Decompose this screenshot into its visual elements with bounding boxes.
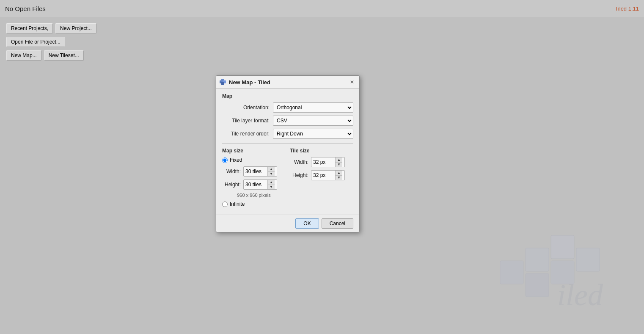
map-width-input[interactable]: [244, 167, 267, 176]
orientation-select[interactable]: Orthogonal Isometric Isometric (Staggere…: [273, 102, 353, 113]
recent-projects-button[interactable]: Recent Projects,: [6, 23, 53, 33]
map-width-down-button[interactable]: ▼: [268, 171, 275, 176]
tile-height-spinbox: ▲ ▼: [311, 170, 345, 180]
tile-width-down-button[interactable]: ▼: [336, 162, 342, 167]
map-height-row: Height: ▲ ▼: [222, 179, 286, 190]
new-project-button[interactable]: New Project...: [55, 23, 96, 33]
map-height-label: Height:: [222, 182, 243, 188]
tile-size-header: Tile size: [290, 148, 353, 154]
svg-text:iled: iled: [557, 278, 603, 312]
new-tileset-button[interactable]: New Tileset...: [44, 50, 84, 61]
tile-height-row: Height: ▲ ▼: [290, 170, 353, 180]
map-width-spinbox: ▲ ▼: [243, 166, 277, 177]
mid-btn-row: Open File or Project...: [6, 37, 96, 47]
map-width-spinner-buttons: ▲ ▼: [267, 167, 275, 176]
tile-render-order-select[interactable]: Right Down Right Up Left Down Left Up: [273, 129, 353, 139]
cancel-button[interactable]: Cancel: [322, 218, 353, 229]
map-height-up-button[interactable]: ▲: [268, 180, 275, 185]
map-width-row: Width: ▲ ▼: [222, 166, 286, 177]
map-width-up-button[interactable]: ▲: [268, 167, 275, 171]
fixed-label: Fixed: [230, 157, 242, 163]
infinite-radio-row: Infinite: [222, 201, 286, 207]
dialog-body: Map Orientation: Orthogonal Isometric Is…: [216, 89, 359, 215]
dialog-title-left: New Map - Tiled: [220, 79, 270, 86]
tile-width-up-button[interactable]: ▲: [336, 157, 342, 162]
svg-rect-3: [526, 273, 549, 297]
svg-rect-0: [500, 261, 523, 284]
orientation-label: Orientation:: [222, 105, 273, 110]
app-title: No Open Files: [5, 5, 46, 12]
map-section-header: Map: [222, 93, 353, 99]
tile-height-label: Height:: [290, 172, 311, 178]
map-height-input[interactable]: [244, 180, 267, 189]
svg-rect-2: [551, 235, 574, 259]
svg-rect-5: [576, 248, 600, 271]
top-bar: No Open Files Tiled 1.11: [0, 0, 644, 17]
svg-rect-1: [526, 248, 549, 271]
dialog-close-button[interactable]: ✕: [348, 78, 356, 86]
fixed-radio[interactable]: [222, 157, 228, 163]
map-height-down-button[interactable]: ▼: [268, 185, 275, 189]
map-width-label: Width:: [222, 168, 243, 174]
tile-render-order-row: Tile render order: Right Down Right Up L…: [222, 129, 353, 139]
tile-width-input[interactable]: [311, 158, 335, 166]
tile-height-spinner-buttons: ▲ ▼: [335, 171, 342, 180]
tiled-app-icon: [220, 79, 226, 86]
tile-layer-format-row: Tile layer format: CSV Base64 (uncompres…: [222, 116, 353, 126]
tile-layer-format-label: Tile layer format:: [222, 118, 273, 124]
tile-render-order-label: Tile render order:: [222, 131, 273, 137]
tile-size-col: Tile size Width: ▲ ▼ Height:: [290, 148, 353, 210]
tile-render-order-control: Right Down Right Up Left Down Left Up: [273, 129, 353, 139]
tiled-watermark: iled: [487, 223, 631, 326]
size-columns: Map size Fixed Width: ▲ ▼: [222, 148, 353, 210]
orientation-control: Orthogonal Isometric Isometric (Staggere…: [273, 102, 353, 113]
tiled-version: Tiled 1.11: [615, 6, 639, 12]
fixed-radio-row: Fixed: [222, 157, 286, 163]
dialog-footer: OK Cancel: [216, 215, 359, 232]
map-size-col: Map size Fixed Width: ▲ ▼: [222, 148, 286, 210]
svg-rect-10: [221, 82, 224, 85]
tile-layer-format-control: CSV Base64 (uncompressed) Base64 (zlib c…: [273, 116, 353, 126]
open-file-button[interactable]: Open File or Project...: [6, 37, 65, 47]
tile-width-row: Width: ▲ ▼: [290, 157, 353, 167]
ok-button[interactable]: OK: [295, 218, 319, 229]
dialog-title: New Map - Tiled: [229, 79, 270, 86]
infinite-label: Infinite: [230, 201, 245, 207]
tile-height-up-button[interactable]: ▲: [336, 171, 342, 175]
tile-height-input[interactable]: [311, 171, 335, 179]
section-divider: [222, 143, 353, 144]
left-panel: Recent Projects, New Project... Open Fil…: [6, 23, 96, 61]
dialog-titlebar: New Map - Tiled ✕: [216, 76, 359, 89]
bot-btn-row: New Map... New Tileset...: [6, 50, 96, 61]
tile-height-down-button[interactable]: ▼: [336, 175, 342, 180]
tile-width-spinner-buttons: ▲ ▼: [335, 157, 342, 167]
new-map-dialog: New Map - Tiled ✕ Map Orientation: Ortho…: [216, 75, 360, 232]
tile-width-label: Width:: [290, 159, 311, 165]
orientation-row: Orientation: Orthogonal Isometric Isomet…: [222, 102, 353, 113]
tile-width-spinbox: ▲ ▼: [311, 157, 345, 167]
map-size-header: Map size: [222, 148, 286, 154]
new-map-button[interactable]: New Map...: [6, 50, 41, 61]
top-btn-row: Recent Projects, New Project...: [6, 23, 96, 33]
map-height-spinbox: ▲ ▼: [243, 179, 277, 190]
pixel-info: 960 x 960 pixels: [222, 193, 286, 198]
tile-layer-format-select[interactable]: CSV Base64 (uncompressed) Base64 (zlib c…: [273, 116, 353, 126]
map-height-spinner-buttons: ▲ ▼: [267, 180, 275, 189]
infinite-radio[interactable]: [222, 202, 228, 207]
